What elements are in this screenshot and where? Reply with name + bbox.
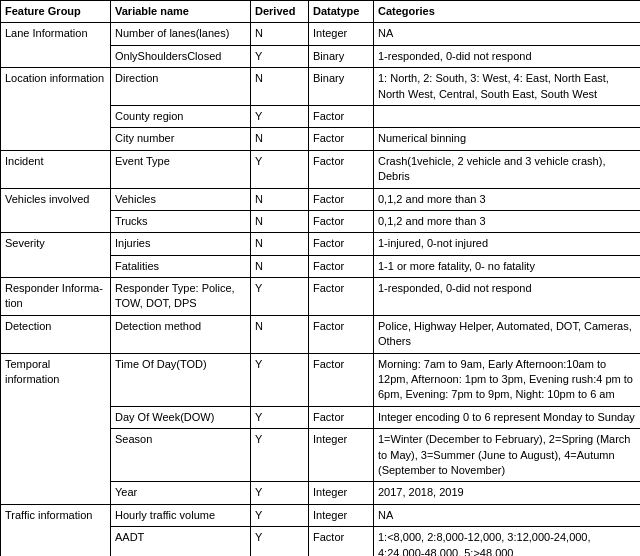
variable-name-7-0: Time Of Day(TOD) xyxy=(111,353,251,406)
group-cell-6: Detection xyxy=(1,315,111,353)
datatype-7-2: Integer xyxy=(309,429,374,482)
variable-name-5-0: Responder Type: Police, TOW, DOT, DPS xyxy=(111,278,251,316)
datatype-6-0: Factor xyxy=(309,315,374,353)
categories-1-1 xyxy=(374,105,641,127)
derived-7-1: Y xyxy=(251,406,309,428)
datatype-1-1: Factor xyxy=(309,105,374,127)
derived-1-2: N xyxy=(251,128,309,150)
datatype-8-0: Integer xyxy=(309,504,374,526)
categories-1-2: Numerical binning xyxy=(374,128,641,150)
datatype-1-2: Factor xyxy=(309,128,374,150)
variable-name-4-1: Fatalities xyxy=(111,255,251,277)
categories-3-0: 0,1,2 and more than 3 xyxy=(374,188,641,210)
derived-7-3: Y xyxy=(251,482,309,504)
derived-2-0: Y xyxy=(251,150,309,188)
categories-4-1: 1-1 or more fatality, 0- no fatality xyxy=(374,255,641,277)
variable-name-3-0: Vehicles xyxy=(111,188,251,210)
categories-0-1: 1-responded, 0-did not respond xyxy=(374,45,641,67)
variable-name-1-1: County region xyxy=(111,105,251,127)
variable-name-1-0: Direction xyxy=(111,68,251,106)
group-cell-5: Responder Informa-tion xyxy=(1,278,111,316)
categories-2-0: Crash(1vehicle, 2 vehicle and 3 vehicle … xyxy=(374,150,641,188)
variable-name-4-0: Injuries xyxy=(111,233,251,255)
categories-7-1: Integer encoding 0 to 6 represent Monday… xyxy=(374,406,641,428)
derived-5-0: Y xyxy=(251,278,309,316)
datatype-7-3: Integer xyxy=(309,482,374,504)
datatype-3-1: Factor xyxy=(309,210,374,232)
datatype-0-1: Binary xyxy=(309,45,374,67)
variable-name-7-1: Day Of Week(DOW) xyxy=(111,406,251,428)
datatype-0-0: Integer xyxy=(309,23,374,45)
derived-4-1: N xyxy=(251,255,309,277)
group-cell-4: Severity xyxy=(1,233,111,278)
datatype-2-0: Factor xyxy=(309,150,374,188)
categories-7-2: 1=Winter (December to February), 2=Sprin… xyxy=(374,429,641,482)
derived-3-1: N xyxy=(251,210,309,232)
group-cell-8: Traffic information xyxy=(1,504,111,556)
variable-name-2-0: Event Type xyxy=(111,150,251,188)
variable-name-3-1: Trucks xyxy=(111,210,251,232)
derived-1-0: N xyxy=(251,68,309,106)
derived-6-0: N xyxy=(251,315,309,353)
categories-7-0: Morning: 7am to 9am, Early Afternoon:10a… xyxy=(374,353,641,406)
derived-8-0: Y xyxy=(251,504,309,526)
categories-8-0: NA xyxy=(374,504,641,526)
col-header-feature-group: Feature Group xyxy=(1,1,111,23)
categories-3-1: 0,1,2 and more than 3 xyxy=(374,210,641,232)
variable-name-7-2: Season xyxy=(111,429,251,482)
datatype-8-1: Factor xyxy=(309,527,374,556)
derived-1-1: Y xyxy=(251,105,309,127)
derived-0-1: Y xyxy=(251,45,309,67)
categories-7-3: 2017, 2018, 2019 xyxy=(374,482,641,504)
categories-5-0: 1-responded, 0-did not respond xyxy=(374,278,641,316)
derived-4-0: N xyxy=(251,233,309,255)
col-header-datatype: Datatype xyxy=(309,1,374,23)
group-cell-3: Vehicles involved xyxy=(1,188,111,233)
col-header-derived: Derived xyxy=(251,1,309,23)
derived-7-2: Y xyxy=(251,429,309,482)
col-header-categories: Categories xyxy=(374,1,641,23)
variable-name-8-0: Hourly traffic volume xyxy=(111,504,251,526)
datatype-7-0: Factor xyxy=(309,353,374,406)
group-cell-0: Lane Information xyxy=(1,23,111,68)
group-cell-2: Incident xyxy=(1,150,111,188)
variable-name-1-2: City number xyxy=(111,128,251,150)
variable-name-0-1: OnlyShouldersClosed xyxy=(111,45,251,67)
variable-name-7-3: Year xyxy=(111,482,251,504)
variable-name-6-0: Detection method xyxy=(111,315,251,353)
categories-0-0: NA xyxy=(374,23,641,45)
datatype-7-1: Factor xyxy=(309,406,374,428)
derived-0-0: N xyxy=(251,23,309,45)
derived-8-1: Y xyxy=(251,527,309,556)
group-cell-1: Location information xyxy=(1,68,111,151)
group-cell-7: Temporal information xyxy=(1,353,111,504)
datatype-3-0: Factor xyxy=(309,188,374,210)
variable-name-8-1: AADT xyxy=(111,527,251,556)
feature-table: Feature Group Variable name Derived Data… xyxy=(0,0,640,556)
categories-1-0: 1: North, 2: South, 3: West, 4: East, No… xyxy=(374,68,641,106)
categories-6-0: Police, Highway Helper, Automated, DOT, … xyxy=(374,315,641,353)
derived-3-0: N xyxy=(251,188,309,210)
variable-name-0-0: Number of lanes(lanes) xyxy=(111,23,251,45)
datatype-5-0: Factor xyxy=(309,278,374,316)
datatype-4-1: Factor xyxy=(309,255,374,277)
categories-4-0: 1-injured, 0-not injured xyxy=(374,233,641,255)
datatype-4-0: Factor xyxy=(309,233,374,255)
datatype-1-0: Binary xyxy=(309,68,374,106)
derived-7-0: Y xyxy=(251,353,309,406)
col-header-variable-name: Variable name xyxy=(111,1,251,23)
categories-8-1: 1:<8,000, 2:8,000-12,000, 3:12,000-24,00… xyxy=(374,527,641,556)
